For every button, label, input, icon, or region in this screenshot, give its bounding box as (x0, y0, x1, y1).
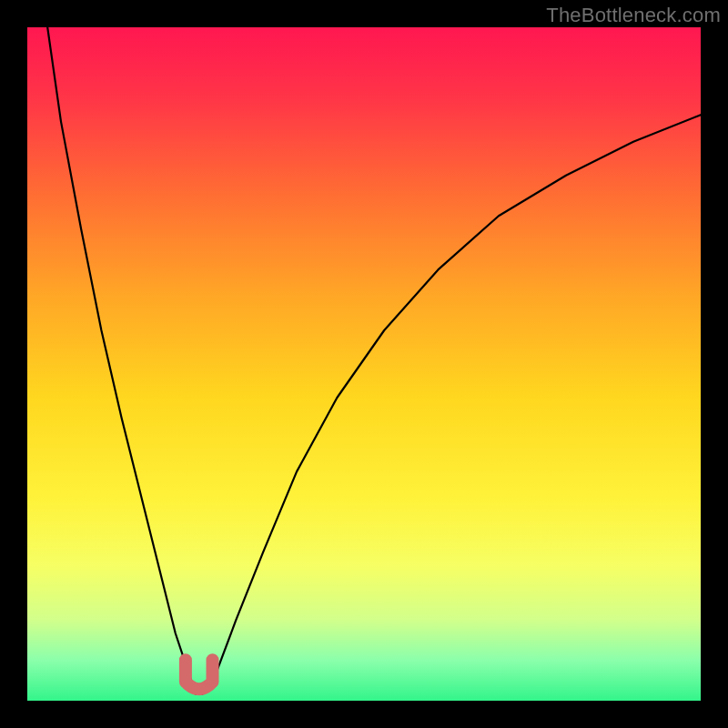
chart-frame: TheBottleneck.com (0, 0, 728, 728)
plot-area (27, 27, 701, 701)
curve-layer (27, 27, 701, 701)
bottleneck-curve (47, 27, 701, 694)
watermark-text: TheBottleneck.com (546, 4, 721, 27)
minimum-marker (186, 660, 213, 689)
